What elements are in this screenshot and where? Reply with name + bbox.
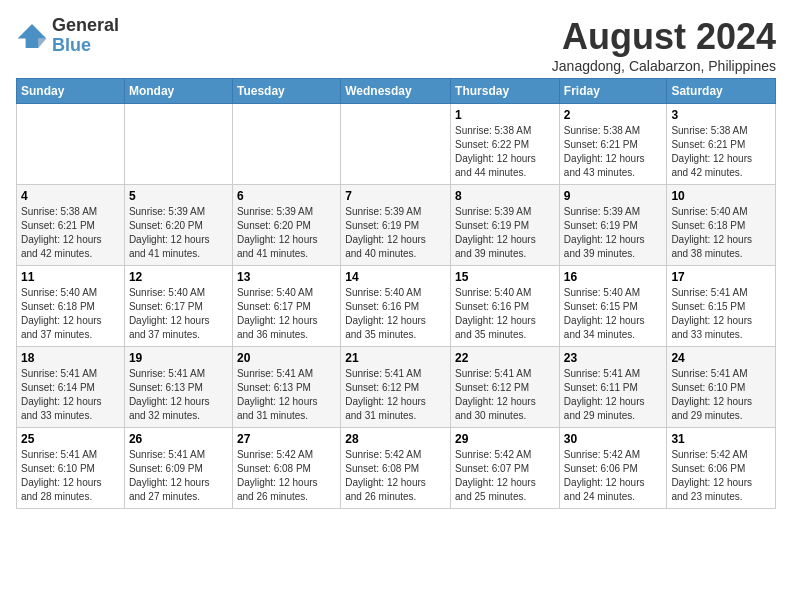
day-number: 19 — [129, 351, 228, 365]
day-number: 23 — [564, 351, 663, 365]
calendar-cell: 2Sunrise: 5:38 AM Sunset: 6:21 PM Daylig… — [559, 104, 667, 185]
day-number: 13 — [237, 270, 336, 284]
calendar-cell: 26Sunrise: 5:41 AM Sunset: 6:09 PM Dayli… — [124, 428, 232, 509]
day-number: 8 — [455, 189, 555, 203]
day-info: Sunrise: 5:38 AM Sunset: 6:21 PM Dayligh… — [671, 124, 771, 180]
calendar-week-3: 11Sunrise: 5:40 AM Sunset: 6:18 PM Dayli… — [17, 266, 776, 347]
day-info: Sunrise: 5:38 AM Sunset: 6:22 PM Dayligh… — [455, 124, 555, 180]
weekday-header-saturday: Saturday — [667, 79, 776, 104]
day-number: 25 — [21, 432, 120, 446]
day-info: Sunrise: 5:41 AM Sunset: 6:15 PM Dayligh… — [671, 286, 771, 342]
logo: General Blue — [16, 16, 119, 56]
month-year-title: August 2024 — [552, 16, 776, 58]
day-number: 27 — [237, 432, 336, 446]
day-info: Sunrise: 5:40 AM Sunset: 6:16 PM Dayligh… — [455, 286, 555, 342]
day-number: 29 — [455, 432, 555, 446]
day-number: 12 — [129, 270, 228, 284]
day-number: 24 — [671, 351, 771, 365]
weekday-header-monday: Monday — [124, 79, 232, 104]
calendar-cell: 18Sunrise: 5:41 AM Sunset: 6:14 PM Dayli… — [17, 347, 125, 428]
day-number: 10 — [671, 189, 771, 203]
day-info: Sunrise: 5:41 AM Sunset: 6:13 PM Dayligh… — [129, 367, 228, 423]
location-subtitle: Janagdong, Calabarzon, Philippines — [552, 58, 776, 74]
day-info: Sunrise: 5:41 AM Sunset: 6:12 PM Dayligh… — [345, 367, 446, 423]
day-number: 6 — [237, 189, 336, 203]
calendar-cell: 20Sunrise: 5:41 AM Sunset: 6:13 PM Dayli… — [232, 347, 340, 428]
svg-marker-1 — [38, 38, 46, 48]
calendar-cell: 4Sunrise: 5:38 AM Sunset: 6:21 PM Daylig… — [17, 185, 125, 266]
logo-blue: Blue — [52, 36, 119, 56]
calendar-cell: 15Sunrise: 5:40 AM Sunset: 6:16 PM Dayli… — [451, 266, 560, 347]
day-info: Sunrise: 5:41 AM Sunset: 6:14 PM Dayligh… — [21, 367, 120, 423]
day-number: 17 — [671, 270, 771, 284]
day-info: Sunrise: 5:41 AM Sunset: 6:10 PM Dayligh… — [21, 448, 120, 504]
day-number: 21 — [345, 351, 446, 365]
day-number: 2 — [564, 108, 663, 122]
day-number: 26 — [129, 432, 228, 446]
day-info: Sunrise: 5:40 AM Sunset: 6:17 PM Dayligh… — [237, 286, 336, 342]
calendar-cell: 23Sunrise: 5:41 AM Sunset: 6:11 PM Dayli… — [559, 347, 667, 428]
day-number: 5 — [129, 189, 228, 203]
calendar-cell: 5Sunrise: 5:39 AM Sunset: 6:20 PM Daylig… — [124, 185, 232, 266]
calendar-cell: 14Sunrise: 5:40 AM Sunset: 6:16 PM Dayli… — [341, 266, 451, 347]
day-info: Sunrise: 5:42 AM Sunset: 6:06 PM Dayligh… — [564, 448, 663, 504]
logo-general: General — [52, 16, 119, 36]
calendar-cell — [232, 104, 340, 185]
calendar-cell: 30Sunrise: 5:42 AM Sunset: 6:06 PM Dayli… — [559, 428, 667, 509]
calendar-cell: 11Sunrise: 5:40 AM Sunset: 6:18 PM Dayli… — [17, 266, 125, 347]
calendar-cell: 7Sunrise: 5:39 AM Sunset: 6:19 PM Daylig… — [341, 185, 451, 266]
day-info: Sunrise: 5:39 AM Sunset: 6:20 PM Dayligh… — [237, 205, 336, 261]
calendar-week-1: 1Sunrise: 5:38 AM Sunset: 6:22 PM Daylig… — [17, 104, 776, 185]
calendar-cell: 25Sunrise: 5:41 AM Sunset: 6:10 PM Dayli… — [17, 428, 125, 509]
weekday-header-wednesday: Wednesday — [341, 79, 451, 104]
calendar-cell: 1Sunrise: 5:38 AM Sunset: 6:22 PM Daylig… — [451, 104, 560, 185]
calendar-cell: 27Sunrise: 5:42 AM Sunset: 6:08 PM Dayli… — [232, 428, 340, 509]
calendar-cell: 13Sunrise: 5:40 AM Sunset: 6:17 PM Dayli… — [232, 266, 340, 347]
logo-icon — [16, 22, 48, 50]
calendar-cell: 22Sunrise: 5:41 AM Sunset: 6:12 PM Dayli… — [451, 347, 560, 428]
calendar-cell — [341, 104, 451, 185]
day-number: 4 — [21, 189, 120, 203]
day-number: 15 — [455, 270, 555, 284]
day-info: Sunrise: 5:42 AM Sunset: 6:08 PM Dayligh… — [345, 448, 446, 504]
day-info: Sunrise: 5:41 AM Sunset: 6:13 PM Dayligh… — [237, 367, 336, 423]
day-info: Sunrise: 5:38 AM Sunset: 6:21 PM Dayligh… — [564, 124, 663, 180]
calendar-cell: 9Sunrise: 5:39 AM Sunset: 6:19 PM Daylig… — [559, 185, 667, 266]
weekday-header-tuesday: Tuesday — [232, 79, 340, 104]
day-number: 7 — [345, 189, 446, 203]
day-info: Sunrise: 5:42 AM Sunset: 6:08 PM Dayligh… — [237, 448, 336, 504]
day-info: Sunrise: 5:41 AM Sunset: 6:09 PM Dayligh… — [129, 448, 228, 504]
day-info: Sunrise: 5:39 AM Sunset: 6:19 PM Dayligh… — [564, 205, 663, 261]
calendar-cell: 31Sunrise: 5:42 AM Sunset: 6:06 PM Dayli… — [667, 428, 776, 509]
day-info: Sunrise: 5:40 AM Sunset: 6:16 PM Dayligh… — [345, 286, 446, 342]
day-info: Sunrise: 5:39 AM Sunset: 6:19 PM Dayligh… — [455, 205, 555, 261]
day-number: 14 — [345, 270, 446, 284]
day-number: 20 — [237, 351, 336, 365]
day-number: 28 — [345, 432, 446, 446]
day-info: Sunrise: 5:41 AM Sunset: 6:11 PM Dayligh… — [564, 367, 663, 423]
calendar-cell: 12Sunrise: 5:40 AM Sunset: 6:17 PM Dayli… — [124, 266, 232, 347]
calendar-header: SundayMondayTuesdayWednesdayThursdayFrid… — [17, 79, 776, 104]
weekday-header-row: SundayMondayTuesdayWednesdayThursdayFrid… — [17, 79, 776, 104]
day-info: Sunrise: 5:41 AM Sunset: 6:10 PM Dayligh… — [671, 367, 771, 423]
day-number: 3 — [671, 108, 771, 122]
calendar-cell: 19Sunrise: 5:41 AM Sunset: 6:13 PM Dayli… — [124, 347, 232, 428]
logo-text: General Blue — [52, 16, 119, 56]
day-info: Sunrise: 5:40 AM Sunset: 6:15 PM Dayligh… — [564, 286, 663, 342]
weekday-header-friday: Friday — [559, 79, 667, 104]
day-number: 16 — [564, 270, 663, 284]
calendar-week-5: 25Sunrise: 5:41 AM Sunset: 6:10 PM Dayli… — [17, 428, 776, 509]
calendar-cell: 8Sunrise: 5:39 AM Sunset: 6:19 PM Daylig… — [451, 185, 560, 266]
day-info: Sunrise: 5:40 AM Sunset: 6:18 PM Dayligh… — [671, 205, 771, 261]
day-info: Sunrise: 5:39 AM Sunset: 6:20 PM Dayligh… — [129, 205, 228, 261]
page-header: General Blue August 2024 Janagdong, Cala… — [16, 16, 776, 74]
day-info: Sunrise: 5:41 AM Sunset: 6:12 PM Dayligh… — [455, 367, 555, 423]
calendar-cell: 16Sunrise: 5:40 AM Sunset: 6:15 PM Dayli… — [559, 266, 667, 347]
calendar-cell — [124, 104, 232, 185]
calendar-cell: 21Sunrise: 5:41 AM Sunset: 6:12 PM Dayli… — [341, 347, 451, 428]
svg-marker-0 — [18, 24, 47, 48]
calendar-body: 1Sunrise: 5:38 AM Sunset: 6:22 PM Daylig… — [17, 104, 776, 509]
day-info: Sunrise: 5:40 AM Sunset: 6:17 PM Dayligh… — [129, 286, 228, 342]
day-info: Sunrise: 5:39 AM Sunset: 6:19 PM Dayligh… — [345, 205, 446, 261]
calendar-cell: 6Sunrise: 5:39 AM Sunset: 6:20 PM Daylig… — [232, 185, 340, 266]
